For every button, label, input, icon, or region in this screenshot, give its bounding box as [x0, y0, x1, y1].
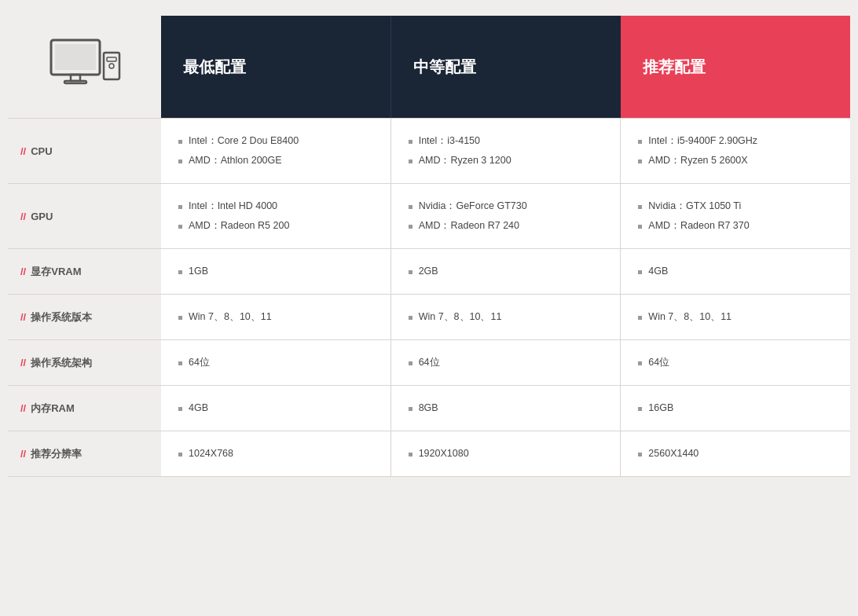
- cell-text: AMD：Radeon R7 240: [419, 216, 519, 236]
- data-row-1: Intel：Intel HD 4000AMD：Radeon R5 200Nvid…: [161, 183, 850, 248]
- slash-icon: //: [20, 402, 26, 414]
- cell-text: 4GB: [648, 262, 668, 281]
- cell-text: Intel：Intel HD 4000: [189, 196, 277, 216]
- data-row-3: Win 7、8、10、11Win 7、8、10、11Win 7、8、10、11: [161, 294, 850, 339]
- svg-rect-3: [64, 81, 86, 83]
- min-cell-3: Win 7、8、10、11: [161, 295, 390, 339]
- mid-cell-3: Win 7、8、10、11: [390, 295, 621, 339]
- cell-text: 64位: [419, 353, 440, 372]
- cell-text: 4GB: [189, 398, 208, 418]
- cell-text: 16GB: [648, 398, 673, 418]
- mid-config-header: 中等配置: [390, 16, 621, 118]
- label-column: //CPU//GPU//显存VRAM//操作系统版本//操作系统架构//内存RA…: [8, 16, 161, 600]
- rec-cell-0: Intel：i5-9400F 2.90GHzAMD：Ryzen 5 2600X: [620, 119, 850, 183]
- cell-text: 1GB: [189, 262, 208, 281]
- row-label-4: //操作系统架构: [8, 339, 161, 385]
- min-cell-4: 64位: [161, 340, 390, 385]
- cell-item: 1024X768: [178, 444, 373, 464]
- cell-item: 2GB: [409, 262, 603, 281]
- bullet-icon: [638, 205, 642, 209]
- bullet-icon: [178, 270, 182, 274]
- bullet-icon: [638, 316, 642, 320]
- cell-item: Intel：i3-4150: [409, 131, 603, 151]
- bullet-icon: [638, 140, 642, 144]
- page-wrapper: //CPU//GPU//显存VRAM//操作系统版本//操作系统架构//内存RA…: [0, 0, 858, 616]
- min-cell-1: Intel：Intel HD 4000AMD：Radeon R5 200: [161, 184, 390, 248]
- cell-text: Win 7、8、10、11: [419, 307, 502, 327]
- bullet-icon: [638, 361, 642, 365]
- bullet-icon: [409, 270, 412, 274]
- data-row-5: 4GB8GB16GB: [161, 385, 850, 431]
- data-row-0: Intel：Core 2 Dou E8400AMD：Athlon 200GEIn…: [161, 118, 850, 183]
- label-text: 操作系统架构: [31, 356, 92, 370]
- cell-text: 8GB: [419, 398, 438, 418]
- rec-config-label: 推荐配置: [643, 57, 706, 78]
- mid-cell-6: 1920X1080: [390, 431, 621, 476]
- cell-item: Intel：Intel HD 4000: [178, 196, 373, 216]
- bullet-icon: [178, 361, 182, 365]
- cell-item: 1920X1080: [409, 444, 603, 464]
- rec-cell-6: 2560X1440: [620, 431, 850, 476]
- cell-item: AMD：Radeon R5 200: [178, 216, 373, 236]
- bullet-icon: [409, 160, 412, 163]
- slash-icon: //: [20, 145, 26, 157]
- row-label-2: //显存VRAM: [8, 248, 161, 294]
- header-row: 最低配置 中等配置 推荐配置: [161, 16, 850, 118]
- cell-item: Intel：Core 2 Dou E8400: [178, 131, 373, 151]
- cell-text: 1920X1080: [419, 444, 469, 464]
- bullet-icon: [638, 225, 642, 229]
- min-config-header: 最低配置: [161, 16, 390, 118]
- cell-item: 64位: [178, 353, 373, 372]
- bullet-icon: [409, 361, 412, 365]
- min-cell-6: 1024X768: [161, 431, 390, 476]
- bullet-icon: [638, 407, 642, 411]
- bullet-icon: [409, 316, 412, 320]
- rec-config-header: 推荐配置: [621, 16, 850, 118]
- bullet-icon: [409, 205, 412, 209]
- svg-rect-4: [104, 53, 119, 79]
- label-text: 推荐分辨率: [31, 447, 82, 461]
- slash-icon: //: [20, 211, 26, 222]
- cell-text: 2560X1440: [648, 444, 698, 464]
- cell-item: AMD：Athlon 200GE: [178, 151, 373, 170]
- row-label-6: //推荐分辨率: [8, 431, 161, 477]
- rec-cell-5: 16GB: [620, 386, 850, 431]
- bullet-icon: [178, 316, 182, 320]
- data-row-2: 1GB2GB4GB: [161, 248, 850, 294]
- row-label-5: //内存RAM: [8, 385, 161, 431]
- cell-text: Win 7、8、10、11: [189, 307, 272, 327]
- cell-item: Win 7、8、10、11: [409, 307, 603, 327]
- data-row-4: 64位64位64位: [161, 339, 850, 385]
- bullet-icon: [409, 407, 412, 411]
- min-cell-0: Intel：Core 2 Dou E8400AMD：Athlon 200GE: [161, 119, 390, 183]
- row-labels: //CPU//GPU//显存VRAM//操作系统版本//操作系统架构//内存RA…: [8, 118, 161, 600]
- bullet-icon: [178, 140, 182, 144]
- slash-icon: //: [20, 448, 26, 460]
- cell-text: AMD：Radeon R7 370: [648, 216, 749, 236]
- rec-cell-4: 64位: [620, 340, 850, 385]
- data-row-6: 1024X7681920X10802560X1440: [161, 431, 850, 477]
- cell-item: AMD：Radeon R7 370: [638, 216, 833, 236]
- svg-rect-1: [55, 44, 96, 70]
- bullet-icon: [638, 270, 642, 274]
- cell-text: Intel：i3-4150: [419, 131, 480, 151]
- cell-text: 2GB: [419, 262, 438, 281]
- bullet-icon: [178, 205, 182, 209]
- cell-item: 4GB: [178, 398, 373, 418]
- svg-rect-5: [107, 57, 116, 61]
- cell-text: 64位: [189, 353, 210, 372]
- cell-text: 64位: [648, 353, 669, 372]
- computer-icon-area: [8, 16, 161, 118]
- slash-icon: //: [20, 311, 26, 323]
- row-label-1: //GPU: [8, 183, 161, 248]
- min-config-label: 最低配置: [183, 57, 246, 78]
- label-text: 显存VRAM: [31, 265, 81, 279]
- cell-text: Nvidia：GeForce GT730: [419, 196, 527, 216]
- cell-item: Nvidia：GTX 1050 Ti: [638, 196, 833, 216]
- label-text: GPU: [31, 211, 53, 222]
- bullet-icon: [178, 160, 182, 163]
- svg-point-6: [109, 64, 114, 68]
- bullet-icon: [638, 453, 642, 456]
- mid-cell-4: 64位: [390, 340, 621, 385]
- cell-item: Nvidia：GeForce GT730: [409, 196, 603, 216]
